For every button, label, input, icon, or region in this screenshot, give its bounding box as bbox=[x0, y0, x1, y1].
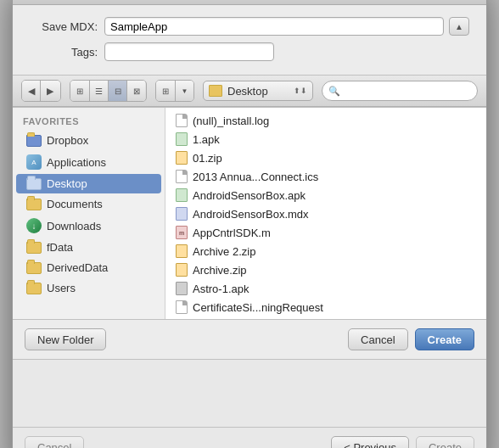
fdata-icon bbox=[26, 242, 42, 254]
sidebar-item-label: Users bbox=[47, 282, 76, 294]
back-button[interactable]: ◀ bbox=[22, 81, 41, 101]
dropbox-icon bbox=[26, 135, 42, 147]
file-doc-icon bbox=[176, 114, 188, 127]
file-item-4[interactable]: AndroidSensorBox.apk bbox=[165, 186, 486, 204]
sidebar-item-deriveddata[interactable]: DerivedData bbox=[16, 258, 161, 277]
sidebar-item-desktop[interactable]: Desktop bbox=[16, 174, 161, 193]
sidebar-item-users[interactable]: Users bbox=[16, 278, 161, 298]
sidebar-item-label: fData bbox=[47, 241, 73, 254]
action-arrow-button[interactable]: ▼ bbox=[175, 81, 193, 101]
sidebar-item-label: Documents bbox=[47, 198, 103, 210]
file-name: 1.apk bbox=[193, 133, 220, 146]
file-mdx-icon bbox=[176, 207, 188, 221]
sidebar-item-label: Downloads bbox=[47, 220, 101, 232]
file-apk-icon bbox=[176, 132, 188, 146]
file-list: (null)_install.log 1.apk 01.zip 2013 Ann… bbox=[165, 108, 486, 319]
file-name: 01.zip bbox=[193, 152, 222, 165]
file-m-icon: m bbox=[176, 226, 188, 239]
form-area: Save MDX: ▲ Tags: bbox=[13, 5, 486, 75]
column-view-button[interactable]: ⊟ bbox=[108, 81, 126, 101]
file-zip-icon bbox=[176, 263, 188, 277]
deriveddata-icon bbox=[26, 262, 42, 274]
forward-button[interactable]: ▶ bbox=[41, 81, 59, 101]
lower-right-buttons: < Previous Create bbox=[331, 436, 474, 448]
sidebar-item-dropbox[interactable]: Dropbox bbox=[16, 131, 161, 150]
file-name: CertificateSi...ningRequest bbox=[193, 301, 323, 314]
sidebar-section-header: FAVORITES bbox=[13, 108, 165, 130]
file-item-3[interactable]: 2013 Annua...Connect.ics bbox=[165, 167, 486, 186]
file-doc-icon bbox=[176, 300, 188, 314]
action-button-group: Cancel Create bbox=[348, 328, 474, 350]
downloads-icon: ↓ bbox=[26, 218, 42, 233]
save-mdx-row: Save MDX: ▲ bbox=[30, 17, 469, 36]
file-name: AndroidSensorBox.mdx bbox=[193, 208, 309, 221]
icon-view-button[interactable]: ⊞ bbox=[70, 81, 89, 101]
create-button[interactable]: Create bbox=[415, 328, 474, 350]
file-name: (null)_install.log bbox=[193, 115, 269, 127]
dialog-window: MDX Toolkit Save MDX: ▲ Tags: ◀ ▶ ⊞ ☰ ⊟ … bbox=[12, 0, 487, 448]
file-gray-icon bbox=[176, 282, 188, 295]
lower-create-button[interactable]: Create bbox=[416, 436, 474, 448]
file-item-0[interactable]: (null)_install.log bbox=[165, 111, 486, 130]
action-buttons: ⊞ ▼ bbox=[155, 80, 195, 102]
file-apk-icon bbox=[176, 188, 188, 202]
file-doc-icon bbox=[176, 170, 188, 183]
file-item-8[interactable]: Archive.zip bbox=[165, 260, 486, 279]
file-item-9[interactable]: Astro-1.apk bbox=[165, 279, 486, 298]
sidebar-item-applications[interactable]: A Applications bbox=[16, 151, 161, 173]
bottom-buttons: New Folder Cancel Create bbox=[13, 319, 486, 359]
expand-button[interactable]: ▲ bbox=[449, 17, 469, 36]
location-text: Desktop bbox=[227, 85, 289, 98]
tags-label: Tags: bbox=[30, 46, 98, 59]
cancel-button[interactable]: Cancel bbox=[348, 328, 407, 350]
main-content: FAVORITES Dropbox A Applications Desktop… bbox=[13, 107, 486, 319]
sidebar-item-fdata[interactable]: fData bbox=[16, 238, 161, 257]
view-buttons: ⊞ ☰ ⊟ ⊠ bbox=[70, 80, 147, 102]
file-zip-icon bbox=[176, 151, 188, 165]
cover-view-button[interactable]: ⊠ bbox=[126, 81, 145, 101]
lower-area bbox=[13, 359, 486, 427]
file-item-5[interactable]: AndroidSensorBox.mdx bbox=[165, 204, 486, 223]
sidebar-item-label: DerivedData bbox=[47, 261, 108, 274]
search-input[interactable] bbox=[322, 81, 478, 101]
file-zip-icon bbox=[176, 244, 188, 258]
tags-row: Tags: bbox=[30, 42, 469, 61]
title-bar: MDX Toolkit bbox=[13, 0, 486, 5]
search-icon: 🔍 bbox=[328, 86, 340, 97]
save-mdx-input[interactable] bbox=[104, 17, 444, 36]
file-name: 2013 Annua...Connect.ics bbox=[193, 171, 318, 183]
search-wrapper: 🔍 bbox=[322, 81, 478, 101]
action-button[interactable]: ⊞ bbox=[156, 81, 175, 101]
sidebar-item-label: Dropbox bbox=[47, 134, 88, 147]
desktop-icon bbox=[26, 178, 42, 190]
file-name: Archive.zip bbox=[193, 264, 247, 277]
new-folder-button[interactable]: New Folder bbox=[25, 328, 106, 350]
sidebar-item-downloads[interactable]: ↓ Downloads bbox=[16, 215, 161, 237]
users-icon bbox=[26, 283, 42, 294]
file-item-10[interactable]: CertificateSi...ningRequest bbox=[165, 298, 486, 316]
save-mdx-label: Save MDX: bbox=[30, 20, 98, 33]
file-item-6[interactable]: m AppCntrlSDK.m bbox=[165, 223, 486, 242]
location-selector[interactable]: Desktop ⬆⬇ bbox=[203, 81, 313, 101]
documents-icon bbox=[26, 199, 42, 210]
location-folder-icon bbox=[209, 85, 222, 97]
file-item-1[interactable]: 1.apk bbox=[165, 130, 486, 148]
applications-icon: A bbox=[26, 154, 42, 170]
file-item-7[interactable]: Archive 2.zip bbox=[165, 242, 486, 260]
file-name: AppCntrlSDK.m bbox=[193, 227, 271, 239]
list-view-button[interactable]: ☰ bbox=[89, 81, 108, 101]
file-name: AndroidSensorBox.apk bbox=[193, 189, 306, 202]
tags-input[interactable] bbox=[104, 42, 274, 61]
file-name: Astro-1.apk bbox=[193, 283, 249, 295]
lower-cancel-button[interactable]: Cancel bbox=[25, 436, 84, 448]
toolbar: ◀ ▶ ⊞ ☰ ⊟ ⊠ ⊞ ▼ Desktop ⬆⬇ 🔍 bbox=[13, 75, 486, 107]
location-arrow-icon: ⬆⬇ bbox=[294, 87, 307, 95]
file-item-2[interactable]: 01.zip bbox=[165, 148, 486, 167]
lower-buttons-row: Cancel < Previous Create bbox=[13, 427, 486, 448]
sidebar: FAVORITES Dropbox A Applications Desktop… bbox=[13, 108, 165, 319]
sidebar-item-documents[interactable]: Documents bbox=[16, 194, 161, 214]
previous-button[interactable]: < Previous bbox=[331, 436, 409, 448]
sidebar-item-label: Desktop bbox=[47, 177, 87, 190]
nav-buttons: ◀ ▶ bbox=[21, 80, 61, 102]
file-name: Archive 2.zip bbox=[193, 245, 255, 258]
